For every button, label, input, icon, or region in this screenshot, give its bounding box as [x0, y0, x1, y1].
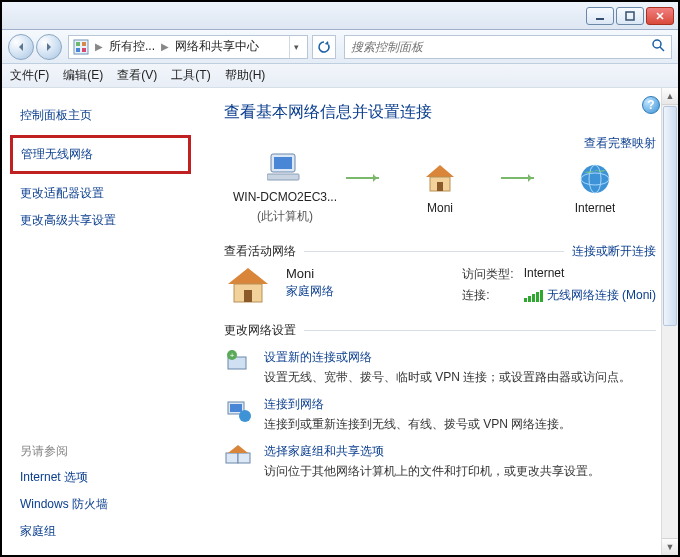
node-pc-label: WIN-DCMO2EC3... [233, 190, 337, 204]
globe-icon [577, 161, 613, 197]
svg-point-28 [239, 410, 251, 422]
svg-rect-5 [76, 42, 80, 46]
node-internet-label: Internet [575, 201, 616, 215]
option-connect-link[interactable]: 连接到网络 [264, 396, 571, 413]
svg-rect-13 [267, 174, 299, 180]
sidebar-adapter[interactable]: 更改适配器设置 [2, 180, 201, 207]
breadcrumb-level2[interactable]: 网络和共享中心 [175, 38, 259, 55]
svg-rect-6 [82, 42, 86, 46]
node-router-label: Moni [427, 201, 453, 215]
scroll-up-button[interactable]: ▲ [662, 88, 678, 105]
menu-file[interactable]: 文件(F) [10, 67, 49, 84]
menu-help[interactable]: 帮助(H) [225, 67, 266, 84]
back-button[interactable] [8, 34, 34, 60]
breadcrumb-level1[interactable]: 所有控... [109, 38, 155, 55]
close-button[interactable] [646, 7, 674, 25]
main-panel: ? 查看基本网络信息并设置连接 查看完整映射 WIN-DCMO2EC3... (… [202, 88, 678, 555]
sidebar-highlight: 管理无线网络 [10, 135, 191, 174]
chevron-right-icon: ▶ [95, 41, 103, 52]
active-network-type-link[interactable]: 家庭网络 [286, 283, 334, 300]
svg-rect-27 [230, 404, 242, 412]
option-homegroup: 选择家庭组和共享选项 访问位于其他网络计算机上的文件和打印机，或更改共享设置。 [224, 443, 656, 480]
svg-marker-20 [228, 268, 268, 284]
svg-text:+: + [230, 351, 235, 360]
svg-rect-7 [76, 48, 80, 52]
option-homegroup-link[interactable]: 选择家庭组和共享选项 [264, 443, 600, 460]
connect-icon [224, 396, 252, 424]
signal-icon [524, 290, 543, 302]
svg-rect-12 [274, 157, 292, 169]
refresh-button[interactable] [312, 35, 336, 59]
node-internet: Internet [540, 161, 650, 215]
node-this-pc: WIN-DCMO2EC3... (此计算机) [230, 150, 340, 225]
sidebar-seealso-heading: 另请参阅 [2, 437, 201, 464]
option-new-connection-link[interactable]: 设置新的连接或网络 [264, 349, 631, 366]
network-diagram: WIN-DCMO2EC3... (此计算机) Moni Internet [224, 150, 656, 229]
svg-marker-14 [426, 165, 454, 177]
vertical-scrollbar[interactable]: ▲ ▼ [661, 88, 678, 555]
menu-bar: 文件(F) 编辑(E) 查看(V) 工具(T) 帮助(H) [2, 64, 678, 88]
maximize-button[interactable] [616, 7, 644, 25]
connect-disconnect-link[interactable]: 连接或断开连接 [572, 243, 656, 260]
title-bar [2, 2, 678, 30]
access-type-label: 访问类型: [462, 266, 513, 283]
access-type-value: Internet [524, 266, 656, 283]
menu-tools[interactable]: 工具(T) [171, 67, 210, 84]
search-box[interactable] [344, 35, 672, 59]
menu-edit[interactable]: 编辑(E) [63, 67, 103, 84]
scroll-down-button[interactable]: ▼ [662, 538, 678, 555]
sidebar-homegroup[interactable]: 家庭组 [2, 518, 201, 545]
computer-icon [267, 150, 303, 186]
connection-line [501, 177, 534, 179]
breadcrumb-dropdown[interactable]: ▾ [289, 36, 303, 58]
house-icon [422, 161, 458, 197]
sidebar-wireless[interactable]: 管理无线网络 [13, 140, 188, 169]
search-icon[interactable] [651, 38, 665, 56]
connection-label: 连接: [462, 287, 513, 304]
search-input[interactable] [351, 40, 651, 54]
sidebar-advanced[interactable]: 更改高级共享设置 [2, 207, 201, 234]
minimize-button[interactable] [586, 7, 614, 25]
homegroup-icon [224, 443, 252, 471]
svg-rect-22 [244, 290, 252, 302]
chevron-right-icon: ▶ [161, 41, 169, 52]
svg-point-17 [581, 165, 609, 193]
option-homegroup-desc: 访问位于其他网络计算机上的文件和打印机，或更改共享设置。 [264, 462, 600, 480]
change-settings-heading: 更改网络设置 [224, 322, 296, 339]
svg-rect-16 [437, 182, 443, 191]
sidebar-firewall[interactable]: Windows 防火墙 [2, 491, 201, 518]
active-network-name: Moni [286, 266, 334, 281]
svg-marker-31 [228, 445, 248, 453]
breadcrumb[interactable]: ▶ 所有控... ▶ 网络和共享中心 ▾ [68, 35, 308, 59]
help-icon[interactable]: ? [642, 96, 660, 114]
option-connect-desc: 连接到或重新连接到无线、有线、拨号或 VPN 网络连接。 [264, 415, 571, 433]
option-new-connection: + 设置新的连接或网络 设置无线、宽带、拨号、临时或 VPN 连接；或设置路由器… [224, 349, 656, 386]
menu-view[interactable]: 查看(V) [117, 67, 157, 84]
scroll-thumb[interactable] [663, 106, 677, 326]
new-connection-icon: + [224, 349, 252, 377]
option-new-connection-desc: 设置无线、宽带、拨号、临时或 VPN 连接；或设置路由器或访问点。 [264, 368, 631, 386]
option-connect: 连接到网络 连接到或重新连接到无线、有线、拨号或 VPN 网络连接。 [224, 396, 656, 433]
sidebar-home[interactable]: 控制面板主页 [2, 102, 201, 129]
connection-line [346, 177, 379, 179]
control-panel-icon [73, 39, 89, 55]
active-networks-heading: 查看活动网络 [224, 243, 296, 260]
node-router: Moni [385, 161, 495, 215]
active-network-box: Moni 家庭网络 访问类型: Internet 连接: 无线网络连接 (Mon… [224, 266, 656, 306]
sidebar: 控制面板主页 管理无线网络 更改适配器设置 更改高级共享设置 另请参阅 Inte… [2, 88, 202, 555]
house-icon [224, 266, 272, 306]
svg-rect-0 [596, 18, 604, 20]
view-full-map-link[interactable]: 查看完整映射 [584, 135, 656, 152]
svg-line-10 [660, 47, 664, 51]
connection-link[interactable]: 无线网络连接 (Moni) [524, 287, 656, 304]
svg-rect-29 [226, 453, 238, 463]
svg-rect-1 [626, 12, 634, 20]
svg-point-9 [653, 40, 661, 48]
forward-button[interactable] [36, 34, 62, 60]
svg-rect-30 [238, 453, 250, 463]
svg-rect-8 [82, 48, 86, 52]
sidebar-internet-options[interactable]: Internet 选项 [2, 464, 201, 491]
page-title: 查看基本网络信息并设置连接 [224, 102, 656, 123]
nav-bar: ▶ 所有控... ▶ 网络和共享中心 ▾ [2, 30, 678, 64]
node-pc-sublabel: (此计算机) [257, 208, 313, 225]
